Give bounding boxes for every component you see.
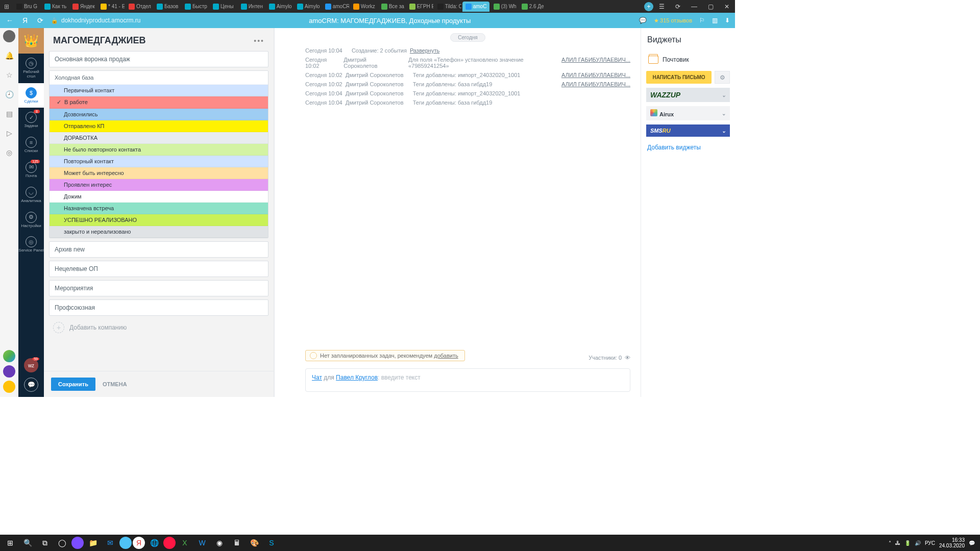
browser-tab[interactable]: * 41 - Е: [97, 2, 125, 12]
browser-tab[interactable]: 2.6 Де: [519, 2, 546, 12]
favorite-icon[interactable]: ☆: [3, 69, 15, 81]
browser-tab[interactable]: Отдел: [126, 2, 153, 12]
extension-icon[interactable]: ▥: [712, 17, 718, 24]
pipeline-stage[interactable]: Назначена встреча: [50, 203, 268, 214]
close-window-button[interactable]: ✕: [721, 3, 733, 10]
chat-sidebar-icon[interactable]: 💬: [24, 378, 38, 392]
browser-tab[interactable]: Tilda: С: [434, 2, 461, 12]
maximize-button[interactable]: ▢: [704, 3, 717, 10]
amo-nav-item[interactable]: ◡Аналитика: [18, 183, 44, 208]
pipeline-option[interactable]: Архив new: [49, 241, 268, 258]
add-company-button[interactable]: + Добавить компанию: [44, 316, 274, 339]
user-avatar[interactable]: [3, 30, 15, 42]
participants-count[interactable]: Участники: 0 👁: [589, 355, 630, 361]
reviews-badge[interactable]: ★315 отзывов: [654, 17, 692, 24]
browser-tab[interactable]: Цены: [210, 2, 237, 12]
amo-nav-item[interactable]: ◎Service Panel: [18, 232, 44, 257]
stage-list: Холодная база Первичный контактВ работеД…: [49, 70, 268, 238]
browser-tab[interactable]: Workz: [350, 2, 377, 12]
widget-mailer[interactable]: Почтовик: [646, 53, 730, 67]
browser-tab[interactable]: Базов: [154, 2, 181, 12]
browser-tab[interactable]: Яндек: [69, 2, 96, 12]
apps-icon[interactable]: ⊞: [2, 2, 11, 11]
pipeline-stage[interactable]: Не было повторного контакта: [50, 144, 268, 156]
deal-title[interactable]: МАГОМЕДГАДЖИЕВ: [53, 35, 146, 46]
amo-nav-item[interactable]: $Сделки: [18, 83, 44, 108]
widget-airux[interactable]: Airux⌄: [646, 106, 730, 120]
feed-contact-link[interactable]: АЛИЛ ГАБИБУЛЛАЕВИЧ...: [561, 72, 630, 78]
feed-expand-link[interactable]: Развернуть: [410, 47, 439, 54]
pipeline-stage[interactable]: Дожим: [50, 191, 268, 203]
browser-tab[interactable]: Как ть: [41, 2, 68, 12]
save-button[interactable]: Сохранить: [51, 378, 95, 391]
pipeline-stage[interactable]: Отправлено КП: [50, 120, 268, 132]
back-button[interactable]: ←: [5, 16, 14, 24]
wazzup-sidebar-icon[interactable]: wz59: [24, 358, 38, 372]
add-task-link[interactable]: добавить: [434, 353, 458, 359]
address-field[interactable]: 🔒 dokhodniyproduct.amocrm.ru: [51, 17, 140, 24]
browser-menu-icon[interactable]: ☰: [655, 3, 668, 10]
amo-nav-item[interactable]: ✉Почта125: [18, 158, 44, 183]
play-icon[interactable]: ▷: [3, 127, 15, 139]
chat-recipient-link[interactable]: Павел Круглов: [336, 374, 378, 381]
browser-sync-icon[interactable]: ⟳: [672, 3, 684, 10]
browser-tab[interactable]: Быстр: [182, 2, 209, 12]
pipeline-stage[interactable]: В работе: [50, 96, 268, 109]
notification-icon[interactable]: 🔔: [3, 49, 15, 62]
chevron-down-icon: ⌄: [722, 92, 726, 98]
amo-nav-item[interactable]: ✓Задачи8: [18, 108, 44, 133]
amo-nav-item[interactable]: ⚙Настройки: [18, 208, 44, 233]
chat-tab-link[interactable]: Чат: [312, 374, 322, 381]
pipeline-option[interactable]: Нецелевые ОП: [49, 261, 268, 277]
pipeline-stage[interactable]: Первичный контакт: [50, 85, 268, 96]
feed-contact-link[interactable]: АЛИЛ ГАБИБУЛЛАЕВИЧ...: [561, 81, 630, 87]
yandex-home-icon[interactable]: Я: [20, 16, 30, 24]
pipeline-stage[interactable]: Повторный контакт: [50, 156, 268, 167]
amo-user-avatar[interactable]: 👑: [18, 28, 44, 54]
chat-input[interactable]: Чат для Павел Круглов: введите текст: [305, 368, 630, 392]
amo-nav-item[interactable]: ◷Рабочий стол: [18, 54, 44, 83]
browser-tab[interactable]: amoCR: [322, 2, 349, 12]
service-icon-3[interactable]: [3, 381, 15, 393]
tab-favicon: [44, 4, 51, 10]
widget-wazzup[interactable]: WAZZUP⌄: [646, 88, 730, 102]
chat-icon[interactable]: 💬: [639, 17, 647, 24]
downloads-icon[interactable]: ⬇: [725, 17, 730, 24]
write-email-button[interactable]: НАПИСАТЬ ПИСЬМО: [646, 71, 712, 84]
browser-tab[interactable]: ЕГРН Е: [406, 2, 433, 12]
pipeline-stage[interactable]: Может быть интересно: [50, 167, 268, 179]
widget-smsru[interactable]: SMSRU⌄: [646, 124, 730, 137]
bookmark-icon[interactable]: ⚐: [699, 17, 705, 24]
service-icon-1[interactable]: [3, 350, 15, 362]
pipeline-stage[interactable]: Дозвонились: [50, 109, 268, 120]
deal-menu-icon[interactable]: •••: [254, 37, 264, 45]
amo-nav-item[interactable]: ≡Списки: [18, 133, 44, 158]
pipeline-stage[interactable]: ДОРАБОТКА: [50, 132, 268, 144]
minimize-button[interactable]: —: [688, 3, 700, 10]
browser-tab[interactable]: (3) Wh: [491, 2, 518, 12]
pipeline-stage[interactable]: закрыто и нереализовано: [50, 226, 268, 238]
pipeline-option[interactable]: Профсоюзная: [49, 299, 268, 316]
new-tab-button[interactable]: +: [644, 2, 653, 11]
screenshot-icon[interactable]: ◎: [3, 146, 15, 159]
service-icon-2[interactable]: [3, 365, 15, 378]
stage-list-header[interactable]: Холодная база: [50, 71, 268, 85]
pipeline-stage[interactable]: Проявлен интерес: [50, 179, 268, 191]
browser-tab[interactable]: Интен: [238, 2, 265, 12]
widgets-panel: Виджеты Почтовик НАПИСАТЬ ПИСЬМО ⚙ WAZZU…: [641, 28, 735, 397]
pipeline-select[interactable]: Основная воронка продаж: [49, 51, 268, 67]
feed-contact-link[interactable]: АЛИЛ ГАБИБУЛЛАЕВИЧ...: [561, 57, 630, 63]
pipeline-option[interactable]: Мероприятия: [49, 280, 268, 296]
widget-settings-button[interactable]: ⚙: [715, 71, 730, 84]
browser-tab[interactable]: Bru G: [13, 2, 40, 12]
pipeline-stage[interactable]: УСПЕШНО РЕАЛИЗОВАНО: [50, 214, 268, 226]
browser-tab[interactable]: amoC✕: [462, 2, 489, 12]
history-icon[interactable]: 🕘: [3, 88, 15, 101]
cancel-button[interactable]: ОТМЕНА: [103, 381, 127, 387]
add-widgets-link[interactable]: Добавить виджеты: [646, 141, 730, 154]
reload-button[interactable]: ⟳: [36, 16, 45, 24]
browser-tab[interactable]: Все за: [378, 2, 405, 12]
browser-tab[interactable]: Aimylo: [294, 2, 321, 12]
collections-icon[interactable]: ▤: [3, 108, 15, 120]
browser-tab[interactable]: Aimylo: [266, 2, 293, 12]
